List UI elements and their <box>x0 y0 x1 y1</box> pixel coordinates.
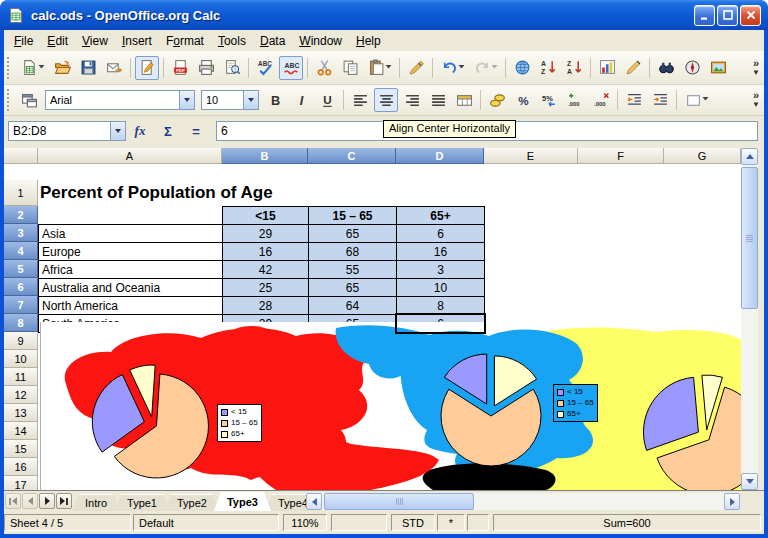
new-button[interactable] <box>17 55 48 81</box>
cell-D2[interactable]: 65+ <box>396 206 485 225</box>
spellcheck-button[interactable]: ABC <box>253 56 277 80</box>
menu-edit[interactable]: Edit <box>40 32 75 50</box>
status-empty-1[interactable] <box>331 514 387 531</box>
export-pdf-button[interactable]: PDF <box>168 56 192 80</box>
next-sheet-button[interactable] <box>39 493 55 509</box>
tab-type3[interactable]: Type3 <box>214 492 271 511</box>
delete-decimal-button[interactable]: .000 <box>589 88 613 112</box>
menu-data[interactable]: Data <box>253 32 292 50</box>
status-sum[interactable]: Sum=600 <box>493 514 761 531</box>
vertical-scroll-thumb[interactable] <box>741 167 758 309</box>
cell-C3[interactable]: 65 <box>308 224 397 243</box>
function-button[interactable]: = <box>184 124 208 139</box>
tab-type1[interactable]: Type1 <box>114 494 170 511</box>
scroll-down-button[interactable] <box>741 473 758 490</box>
cell-B4[interactable]: 16 <box>222 242 309 261</box>
menu-window[interactable]: Window <box>292 32 349 50</box>
cell-A6[interactable]: Australia and Oceania <box>38 278 223 297</box>
align-center-button[interactable] <box>374 88 398 112</box>
dropdown-caret[interactable] <box>385 58 392 78</box>
row-header-16[interactable]: 16 <box>4 458 38 476</box>
font-size-combo[interactable]: 10 <box>201 90 259 110</box>
sort-descending-button[interactable]: ZA <box>562 56 586 80</box>
toolbar-grip[interactable] <box>7 89 13 111</box>
email-button[interactable] <box>102 56 126 80</box>
cell-B7[interactable]: 28 <box>222 296 309 315</box>
justify-button[interactable] <box>426 88 450 112</box>
format-standard-button[interactable]: 5% <box>537 88 561 112</box>
row-header-4[interactable]: 4 <box>4 242 38 260</box>
previous-sheet-button[interactable] <box>22 493 38 509</box>
horizontal-scrollbar[interactable] <box>306 493 740 510</box>
tab-intro[interactable]: Intro <box>72 494 120 511</box>
cell-A5[interactable]: Africa <box>38 260 223 279</box>
horizontal-scroll-thumb[interactable] <box>324 493 474 510</box>
column-header-C[interactable]: C <box>308 148 396 164</box>
cell-B2[interactable]: <15 <box>222 206 309 225</box>
percent-button[interactable]: % <box>511 88 535 112</box>
gallery-button[interactable] <box>706 56 730 80</box>
navigator-button[interactable] <box>680 56 704 80</box>
sum-button[interactable]: Σ <box>156 124 180 139</box>
cell-C2[interactable]: 15 – 65 <box>308 206 397 225</box>
font-name-dropdown[interactable] <box>179 91 194 109</box>
spreadsheet-grid[interactable]: ABCDEFG 123456789101112131415161718 Perc… <box>4 148 758 490</box>
cell-A3[interactable]: Asia <box>38 224 223 243</box>
sort-ascending-button[interactable]: AZ <box>536 56 560 80</box>
row-header-5[interactable]: 5 <box>4 260 38 278</box>
open-button[interactable] <box>50 56 74 80</box>
cell-B3[interactable]: 29 <box>222 224 309 243</box>
vertical-scrollbar[interactable] <box>741 148 758 490</box>
font-name-combo[interactable]: Arial <box>45 90 195 110</box>
scroll-up-button[interactable] <box>741 148 758 165</box>
cell-A4[interactable]: Europe <box>38 242 223 261</box>
first-sheet-button[interactable] <box>5 493 21 509</box>
cell-C6[interactable]: 65 <box>308 278 397 297</box>
align-left-button[interactable] <box>348 88 372 112</box>
column-header-G[interactable]: G <box>664 148 741 164</box>
print-button[interactable] <box>194 56 218 80</box>
undo-button[interactable] <box>437 55 468 81</box>
menu-insert[interactable]: Insert <box>115 32 159 50</box>
styles-window-button[interactable] <box>17 88 41 112</box>
cell-C5[interactable]: 55 <box>308 260 397 279</box>
toolbar-overflow-button[interactable]: » ▼ <box>748 91 764 109</box>
column-header-A[interactable]: A <box>38 148 222 164</box>
close-button[interactable] <box>740 5 761 26</box>
scroll-left-button[interactable] <box>306 493 322 510</box>
row-header-7[interactable]: 7 <box>4 296 38 314</box>
status-modified-flag[interactable]: * <box>437 514 465 531</box>
status-selection-mode[interactable]: STD <box>391 514 435 531</box>
cell-D5[interactable]: 3 <box>396 260 485 279</box>
bold-button[interactable]: B <box>263 88 287 112</box>
function-wizard-button[interactable]: fx <box>128 123 152 139</box>
status-page-style[interactable]: Default <box>133 514 279 531</box>
currency-button[interactable] <box>485 88 509 112</box>
format-paintbrush-button[interactable] <box>404 56 428 80</box>
status-zoom[interactable]: 110% <box>283 514 327 531</box>
toolbar-overflow-button[interactable]: » ▼ <box>748 59 764 77</box>
edit-file-button[interactable] <box>135 56 159 80</box>
align-right-button[interactable] <box>400 88 424 112</box>
row-header-1[interactable]: 1 <box>4 180 38 206</box>
add-decimal-button[interactable]: .000 <box>563 88 587 112</box>
row-header-6[interactable]: 6 <box>4 278 38 296</box>
row-header-12[interactable]: 12 <box>4 386 38 404</box>
scroll-right-button[interactable] <box>724 493 740 510</box>
copy-button[interactable] <box>338 56 362 80</box>
insert-chart-button[interactable] <box>595 56 619 80</box>
menu-file[interactable]: File <box>7 32 40 50</box>
column-header-F[interactable]: F <box>578 148 664 164</box>
dropdown-caret[interactable] <box>458 58 465 78</box>
italic-button[interactable]: I <box>289 88 313 112</box>
borders-button[interactable] <box>681 87 712 113</box>
status-empty-2[interactable] <box>467 514 489 531</box>
cut-button[interactable] <box>312 56 336 80</box>
cell-B6[interactable]: 25 <box>222 278 309 297</box>
menu-help[interactable]: Help <box>349 32 388 50</box>
auto-spellcheck-button[interactable]: ABC <box>279 56 303 80</box>
font-size-dropdown[interactable] <box>243 91 258 109</box>
column-header-B[interactable]: B <box>222 148 308 164</box>
menu-format[interactable]: Format <box>159 32 211 50</box>
select-all-corner[interactable] <box>4 148 38 164</box>
